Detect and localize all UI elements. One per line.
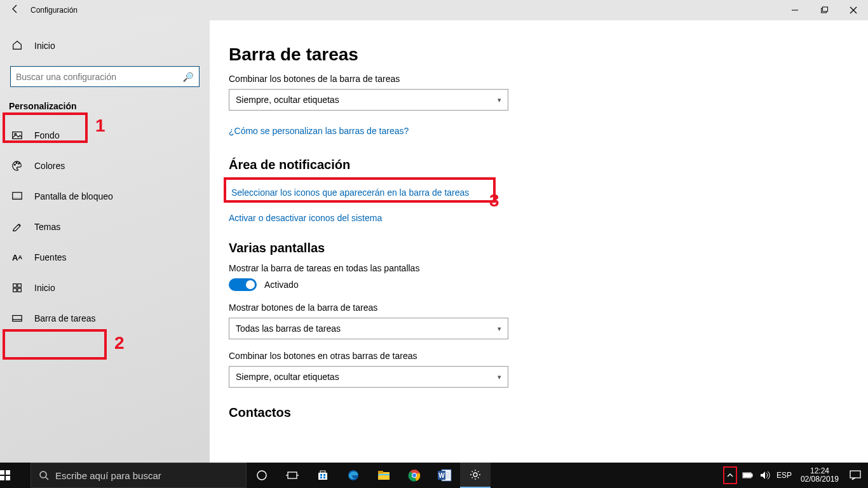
- sidebar-item-label: Pantalla de bloqueo: [34, 191, 113, 201]
- start-icon: [11, 282, 23, 294]
- clock-date: 02/08/2019: [801, 475, 839, 484]
- select-icons-link[interactable]: Seleccionar los iconos que aparecerán en…: [229, 184, 471, 201]
- annotation-number-3: 3: [489, 191, 499, 211]
- svg-rect-31: [323, 474, 325, 476]
- window-titlebar: Configuración: [0, 0, 868, 20]
- show-buttons-select[interactable]: Todas las barras de tareas ▾: [229, 318, 508, 339]
- search-input[interactable]: [16, 72, 183, 82]
- chevron-down-icon: ▾: [498, 96, 501, 104]
- taskview-button[interactable]: [277, 463, 308, 488]
- annotation-box-2: [3, 329, 107, 360]
- svg-rect-12: [13, 284, 17, 287]
- show-buttons-value: Todas las barras de tareas: [236, 323, 341, 334]
- multi-heading: Varias pantallas: [229, 241, 868, 255]
- tray-overflow-button[interactable]: [723, 466, 737, 484]
- svg-rect-52: [850, 471, 860, 478]
- svg-rect-20: [0, 476, 4, 480]
- toggle-state-label: Activado: [264, 280, 299, 290]
- svg-rect-18: [0, 470, 4, 475]
- sidebar-item-label: Barra de tareas: [34, 313, 96, 323]
- svg-point-24: [257, 471, 266, 480]
- svg-rect-21: [6, 476, 10, 480]
- svg-point-8: [16, 163, 17, 164]
- taskbar-chrome[interactable]: [399, 463, 430, 488]
- combine-select[interactable]: Siempre, ocultar etiquetas ▾: [229, 89, 508, 111]
- sidebar-item-temas[interactable]: Temas: [0, 213, 210, 241]
- volume-icon[interactable]: [760, 471, 770, 480]
- windows-taskbar: Escribe aquí para buscar W ESP 12:24 02: [0, 463, 868, 488]
- page-title: Barra de tareas: [229, 44, 868, 65]
- combine-other-label: Combinar los botones en otras barras de …: [229, 351, 868, 361]
- svg-rect-30: [320, 474, 322, 476]
- sidebar-item-label: Temas: [34, 222, 60, 232]
- help-link[interactable]: ¿Cómo se personalizan las barras de tare…: [229, 126, 409, 136]
- notification-heading: Área de notificación: [229, 158, 868, 172]
- contacts-heading: Contactos: [229, 405, 868, 420]
- taskbar-search-placeholder: Escribe aquí para buscar: [55, 470, 161, 481]
- svg-rect-51: [743, 473, 750, 477]
- multi-show-toggle[interactable]: [229, 278, 257, 291]
- sidebar-home-label: Inicio: [34, 41, 55, 51]
- svg-rect-32: [320, 477, 322, 478]
- system-icons-link[interactable]: Activar o desactivar iconos del sistema: [229, 213, 868, 223]
- cortana-button[interactable]: [247, 463, 277, 488]
- start-button[interactable]: [0, 470, 31, 480]
- taskbar-explorer[interactable]: [369, 463, 399, 488]
- maximize-button[interactable]: [810, 0, 839, 20]
- sidebar-home[interactable]: Inicio: [0, 33, 210, 58]
- language-indicator[interactable]: ESP: [776, 471, 792, 480]
- svg-rect-15: [18, 288, 21, 292]
- settings-search[interactable]: 🔍: [10, 66, 200, 87]
- taskbar-search[interactable]: Escribe aquí para buscar: [31, 463, 247, 488]
- fonts-icon: AA: [11, 253, 23, 262]
- sidebar-item-label: Colores: [34, 161, 65, 171]
- home-icon: [11, 39, 23, 53]
- sidebar-item-inicio[interactable]: Inicio: [0, 274, 210, 302]
- chevron-down-icon: ▾: [498, 325, 501, 333]
- battery-icon[interactable]: [742, 471, 754, 479]
- chevron-down-icon: ▾: [498, 373, 501, 381]
- svg-point-7: [15, 164, 16, 165]
- svg-rect-19: [6, 470, 10, 475]
- svg-point-40: [412, 473, 416, 477]
- sidebar-item-pantalla-bloqueo[interactable]: Pantalla de bloqueo: [0, 182, 210, 210]
- sidebar-item-fuentes[interactable]: AA Fuentes: [0, 243, 210, 271]
- back-button[interactable]: [0, 4, 31, 17]
- show-buttons-label: Mostrar botones de la barra de tareas: [229, 302, 868, 313]
- sidebar-item-label: Fuentes: [34, 252, 67, 262]
- svg-rect-25: [288, 472, 297, 478]
- taskbar-word[interactable]: W: [430, 463, 460, 488]
- sidebar-item-barra-tareas[interactable]: Barra de tareas: [0, 304, 210, 332]
- image-icon: [11, 130, 23, 141]
- sidebar-item-colores[interactable]: Colores: [0, 152, 210, 180]
- taskbar-edge[interactable]: [338, 463, 369, 488]
- svg-rect-36: [378, 471, 383, 473]
- combine-other-select[interactable]: Siempre, ocultar etiquetas ▾: [229, 366, 508, 388]
- sidebar-item-label: Fondo: [34, 130, 60, 140]
- svg-point-22: [40, 471, 46, 478]
- window-title: Configuración: [31, 6, 78, 15]
- svg-point-9: [18, 163, 20, 165]
- sidebar-item-label: Inicio: [34, 283, 55, 293]
- minimize-button[interactable]: [780, 0, 810, 20]
- palette-icon: [11, 160, 23, 172]
- svg-text:W: W: [438, 472, 445, 479]
- svg-point-48: [473, 473, 477, 477]
- svg-rect-33: [323, 477, 325, 478]
- combine-label: Combinar los botones de la barra de tare…: [229, 74, 868, 84]
- settings-sidebar: Inicio 🔍 Personalización Fondo Colores: [0, 20, 210, 463]
- taskbar-settings[interactable]: [460, 463, 491, 488]
- svg-rect-11: [13, 198, 22, 200]
- taskbar-clock[interactable]: 12:24 02/08/2019: [797, 467, 843, 484]
- svg-rect-37: [378, 474, 390, 475]
- lockscreen-icon: [11, 191, 23, 202]
- taskbar-store[interactable]: [308, 463, 338, 488]
- themes-icon: [11, 221, 23, 233]
- sidebar-item-fondo[interactable]: Fondo: [0, 121, 210, 149]
- settings-main: Barra de tareas Combinar los botones de …: [210, 20, 868, 463]
- svg-rect-50: [751, 474, 752, 477]
- close-button[interactable]: [839, 0, 868, 20]
- multi-show-label: Mostrar la barra de tareas en todas las …: [229, 263, 868, 273]
- sidebar-category: Personalización: [0, 96, 86, 116]
- action-center-button[interactable]: [843, 463, 868, 488]
